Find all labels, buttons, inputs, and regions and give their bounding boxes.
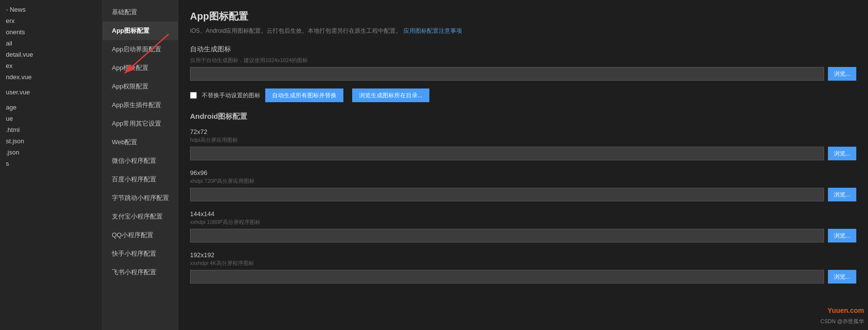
auto-gen-hint: 仅用于自动生成图标，建议使用1024x1024的图标: [190, 57, 856, 64]
android-icon-192: 192x192 xxxhdpi 4K高分屏程序图标 浏览...: [190, 251, 856, 284]
file-tree-item[interactable]: age: [0, 102, 102, 113]
icon-size-hint-72: hdpi高分屏应用图标: [190, 136, 856, 144]
nav-item-qq[interactable]: QQ小程序配置: [103, 226, 178, 244]
file-tree-item[interactable]: erx: [0, 15, 102, 26]
nav-item-bytedance[interactable]: 字节跳动小程序配置: [103, 189, 178, 207]
file-tree-item[interactable]: user.vue: [0, 87, 102, 98]
main-content: App图标配置 iOS、Android应用图标配置。云打包后生效。本地打包需另行…: [178, 0, 868, 330]
no-replace-checkbox[interactable]: [190, 92, 197, 99]
page-desc: iOS、Android应用图标配置。云打包后生效。本地打包需另行在原生工程中配置…: [190, 27, 856, 35]
icon-input-144[interactable]: [190, 229, 824, 242]
nav-item-feishu[interactable]: 飞书小程序配置: [103, 263, 178, 282]
android-icon-96: 96x96 xhdpi 720P高分屏应用图标 浏览...: [190, 169, 856, 201]
icon-size-label-144: 144x144: [190, 210, 856, 218]
icon-browse-button-144[interactable]: 浏览...: [828, 229, 856, 242]
file-tree-item[interactable]: .json: [0, 147, 102, 158]
icon-input-192[interactable]: [190, 270, 824, 284]
nav-item-basic[interactable]: 基础配置: [103, 3, 178, 22]
nav-item-app-icon[interactable]: App图标配置: [103, 22, 178, 40]
android-icon-144: 144x144 xxhdpi 1080P高分屏程序图标 浏览...: [190, 210, 856, 242]
file-tree-item[interactable]: ex: [0, 60, 102, 71]
icon-input-row-192: 浏览...: [190, 270, 856, 284]
icon-browse-button-72[interactable]: 浏览...: [828, 147, 856, 160]
auto-gen-input-row: 浏览...: [190, 67, 856, 81]
icon-size-hint-192: xxxhdpi 4K高分屏程序图标: [190, 260, 856, 267]
no-replace-label: 不替换手动设置的图标: [202, 91, 260, 100]
nav-item-baidu[interactable]: 百度小程序配置: [103, 170, 178, 189]
icon-input-row-72: 浏览...: [190, 147, 856, 160]
nav-item-module[interactable]: App模块配置: [103, 59, 178, 77]
nav-item-wechat[interactable]: 微信小程序配置: [103, 152, 178, 170]
nav-item-native-plugins[interactable]: App原生插件配置: [103, 96, 178, 114]
file-tree-item[interactable]: ue: [0, 113, 102, 124]
icon-input-96[interactable]: [190, 188, 824, 201]
icon-browse-button-96[interactable]: 浏览...: [828, 188, 856, 201]
auto-gen-browse-button[interactable]: 浏览...: [828, 67, 856, 81]
icon-input-row-96: 浏览...: [190, 188, 856, 201]
file-tree-item[interactable]: detail.vue: [0, 49, 102, 60]
page-desc-text: iOS、Android应用图标配置。云打包后生效。本地打包需另行在原生工程中配置…: [190, 27, 402, 34]
nav-item-splash[interactable]: App启动界面配置: [103, 40, 178, 59]
file-tree: - News erx onents ail detail.vue ex ndex…: [0, 0, 103, 330]
android-icon-72: 72x72 hdpi高分屏应用图标 浏览...: [190, 128, 856, 160]
file-tree-item[interactable]: .html: [0, 124, 102, 135]
file-tree-item[interactable]: st.json: [0, 135, 102, 147]
watermark-csdn: CSDN @亦世孤华: [821, 318, 864, 325]
nav-item-kuaishou[interactable]: 快手小程序配置: [103, 244, 178, 263]
file-tree-item[interactable]: s: [0, 158, 102, 169]
browse-dir-button[interactable]: 浏览生成图标所在目录...: [352, 88, 429, 102]
auto-gen-title: 自动生成图标: [190, 45, 856, 54]
android-section-title: Android图标配置: [190, 112, 856, 121]
file-tree-item[interactable]: ndex.vue: [0, 71, 102, 83]
icon-input-row-144: 浏览...: [190, 229, 856, 242]
icon-size-label-72: 72x72: [190, 128, 856, 135]
file-tree-item[interactable]: ail: [0, 38, 102, 49]
auto-gen-all-button[interactable]: 自动生成所有图标并替换: [265, 88, 343, 102]
icon-size-hint-96: xhdpi 720P高分屏应用图标: [190, 177, 856, 185]
nav-item-alipay[interactable]: 支付宝小程序配置: [103, 207, 178, 226]
auto-gen-input[interactable]: [190, 67, 824, 81]
icon-input-72[interactable]: [190, 147, 824, 160]
icon-browse-button-192[interactable]: 浏览...: [828, 270, 856, 284]
nav-item-web[interactable]: Web配置: [103, 133, 178, 152]
icon-size-label-96: 96x96: [190, 169, 856, 176]
nav-item-other-settings[interactable]: App常用其它设置: [103, 114, 178, 133]
nav-item-permissions[interactable]: App权限配置: [103, 77, 178, 96]
checkbox-row: 不替换手动设置的图标 自动生成所有图标并替换 浏览生成图标所在目录...: [190, 88, 856, 102]
file-tree-item[interactable]: - News: [0, 4, 102, 15]
file-tree-item[interactable]: onents: [0, 26, 102, 38]
icon-size-label-192: 192x192: [190, 251, 856, 259]
page-title: App图标配置: [190, 10, 856, 23]
watermark-yuuen: Yuuen.com: [827, 307, 864, 314]
file-tree-item[interactable]: [0, 83, 102, 87]
file-tree-item[interactable]: [0, 98, 102, 102]
nav-menu: 基础配置 App图标配置 App启动界面配置 App模块配置 App权限配置 A…: [103, 0, 178, 330]
icon-size-hint-144: xxhdpi 1080P高分屏程序图标: [190, 219, 856, 226]
page-desc-link[interactable]: 应用图标配置注意事项: [403, 27, 462, 34]
